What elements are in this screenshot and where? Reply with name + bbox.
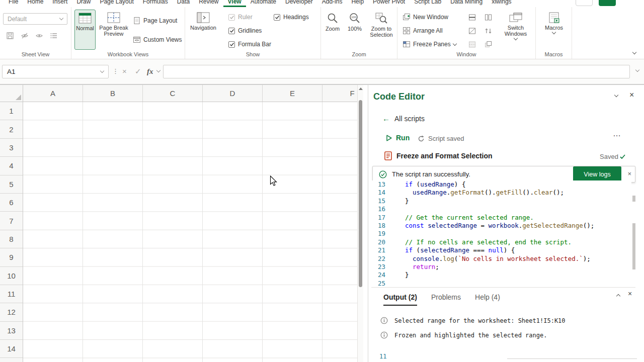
select-all-corner[interactable] (0, 85, 23, 102)
zoom-to-selection-button[interactable]: Zoom to Selection (366, 10, 396, 50)
checkbox-ruler[interactable]: Ruler (228, 14, 253, 21)
exit-sheet-view-button[interactable] (19, 30, 31, 41)
macros-button[interactable]: Macros (543, 10, 565, 50)
row-header-12[interactable]: 12 (0, 303, 23, 321)
vertical-scrollbar-thumb[interactable] (359, 100, 362, 287)
ribbon-tab-add-ins[interactable]: Add-ins (317, 0, 347, 7)
column-header-c[interactable]: C (143, 85, 203, 102)
sheet-view-combo[interactable]: Default (3, 13, 67, 25)
ribbon-tab-xlwings[interactable]: xlwings (487, 0, 516, 7)
code-line-24[interactable]: 24} (368, 271, 631, 279)
ribbon-tab-data-mining[interactable]: Data Mining (446, 0, 487, 7)
ribbon-tab-developer[interactable]: Developer (281, 0, 317, 7)
keep-sheet-view-button[interactable] (4, 30, 16, 41)
row-header-10[interactable]: 10 (0, 267, 23, 285)
ribbon-tab-data[interactable]: Data (173, 0, 194, 7)
column-header-d[interactable]: D (203, 85, 263, 102)
share-button[interactable] (599, 0, 616, 6)
code-line-13[interactable]: 13if (usedRange) { (368, 180, 631, 189)
panel-close-icon[interactable]: × (628, 290, 632, 298)
navigation-button[interactable]: Navigation (189, 10, 217, 50)
ribbon-tab-power-pivot[interactable]: Power Pivot (368, 0, 410, 7)
code-line-17[interactable]: 17// Get the current selected range. (368, 214, 631, 222)
row-header-1[interactable]: 1 (0, 102, 23, 120)
ribbon-tab-insert[interactable]: Insert (48, 0, 72, 7)
column-header-f[interactable]: F (323, 85, 357, 102)
code-line-18[interactable]: 18const selectedRange = workbook.getSele… (368, 222, 631, 230)
code-scrollbar-thumb[interactable] (632, 223, 635, 269)
pane-collapse-chevron[interactable] (614, 93, 618, 97)
synchronous-scrolling-button[interactable] (482, 25, 494, 36)
code-scrollbar[interactable] (632, 180, 636, 287)
pane-close-icon[interactable]: × (629, 91, 634, 99)
row-header-7[interactable]: 7 (0, 212, 23, 230)
code-line-25[interactable]: 25 (368, 280, 631, 287)
ribbon-tab-review[interactable]: Review (194, 0, 223, 7)
freeze-panes-button[interactable]: Freeze Panes (403, 39, 456, 50)
code-line-14[interactable]: 14 usedRange.getFormat().getFill().clear… (368, 189, 631, 197)
new-sheet-view-button[interactable] (33, 30, 45, 41)
row-header-6[interactable]: 6 (0, 194, 23, 212)
cells[interactable] (23, 102, 357, 362)
panel-tab-output-2[interactable]: Output (2) (383, 293, 417, 306)
custom-views-button[interactable]: Custom Views (133, 34, 182, 45)
run-button[interactable]: Run (385, 134, 410, 142)
row-header-14[interactable]: 14 (0, 340, 23, 358)
ribbon-tab-home[interactable]: Home (23, 0, 48, 7)
vertical-scrollbar[interactable] (357, 85, 363, 362)
view-logs-button[interactable]: View logs (573, 166, 621, 182)
unhide-button[interactable] (466, 39, 478, 50)
panel-collapse-chevron[interactable] (616, 294, 620, 298)
normal-view-button[interactable]: Normal (74, 10, 96, 50)
column-header-a[interactable]: A (23, 85, 83, 102)
row-header-8[interactable]: 8 (0, 230, 23, 248)
panel-tab-help-4[interactable]: Help (4) (475, 293, 500, 306)
zoom-100-button[interactable]: 100 100% (344, 10, 365, 50)
cancel-entry-button[interactable]: × (122, 66, 127, 76)
split-button[interactable] (466, 12, 478, 23)
row-header-9[interactable]: 9 (0, 248, 23, 266)
enter-entry-button[interactable]: ✓ (135, 66, 141, 76)
code-line-15[interactable]: 15} (368, 197, 631, 205)
collapse-ribbon-chevron[interactable] (632, 50, 636, 54)
ribbon-tab-view[interactable]: View (223, 0, 246, 7)
checkbox-headings[interactable]: Headings (274, 14, 309, 21)
name-box[interactable]: A1 (2, 65, 109, 78)
code-line-20[interactable]: 20// If no cells are selected, end the s… (368, 238, 631, 246)
arrange-all-button[interactable]: Freeze Panes Arrange All (403, 25, 443, 36)
reset-window-position-button[interactable] (482, 39, 494, 50)
code-line-19[interactable]: 19 (368, 230, 631, 238)
banner-close-icon[interactable]: × (627, 170, 631, 178)
code-line-23[interactable]: 23 return; (368, 263, 631, 271)
ribbon-tab-script-lab[interactable]: Script Lab (410, 0, 446, 7)
ribbon-tab-file[interactable]: File (4, 0, 23, 7)
code-scrollbar-mark[interactable] (632, 196, 635, 202)
comments-button[interactable] (576, 0, 593, 6)
row-header-2[interactable]: 2 (0, 120, 23, 138)
ribbon-tab-formulas[interactable]: Formulas (138, 0, 173, 7)
back-to-all-scripts[interactable]: ← All scripts (382, 114, 425, 123)
row-header-5[interactable]: 5 (0, 175, 23, 194)
checkbox-formula-bar[interactable]: Formula Bar (228, 41, 271, 48)
scroll-up-arrow-icon[interactable] (359, 87, 363, 90)
ribbon-tab-page-layout[interactable]: Page Layout (95, 0, 138, 7)
page-layout-button[interactable]: Page Layout (133, 15, 177, 26)
row-header-3[interactable]: 3 (0, 139, 23, 157)
ribbon-tab-draw[interactable]: Draw (72, 0, 95, 7)
expand-formula-bar-chevron[interactable] (635, 68, 639, 72)
row-header-13[interactable]: 13 (0, 322, 23, 340)
code-line-21[interactable]: 21if (selectedRange === null) { (368, 246, 631, 254)
script-title-row[interactable]: Freeze and Format Selection (384, 151, 493, 160)
insert-function-button[interactable]: fx (147, 66, 153, 76)
panel-tab-problems[interactable]: Problems (431, 293, 461, 306)
hide-button[interactable] (466, 25, 478, 36)
formula-input[interactable] (163, 65, 630, 78)
page-break-preview-button[interactable]: Page Break Preview (98, 10, 130, 50)
column-header-e[interactable]: E (263, 85, 323, 102)
new-window-button[interactable]: New Window (403, 12, 448, 23)
code-line-22[interactable]: 22 console.log(`No cells in worksheet se… (368, 255, 631, 263)
sheet-view-options-button[interactable] (48, 30, 60, 41)
code-editor-area[interactable]: 13if (usedRange) {14 usedRange.getFormat… (368, 180, 631, 287)
ribbon-tab-help[interactable]: Help (347, 0, 368, 7)
code-line-16[interactable]: 16 (368, 205, 631, 213)
